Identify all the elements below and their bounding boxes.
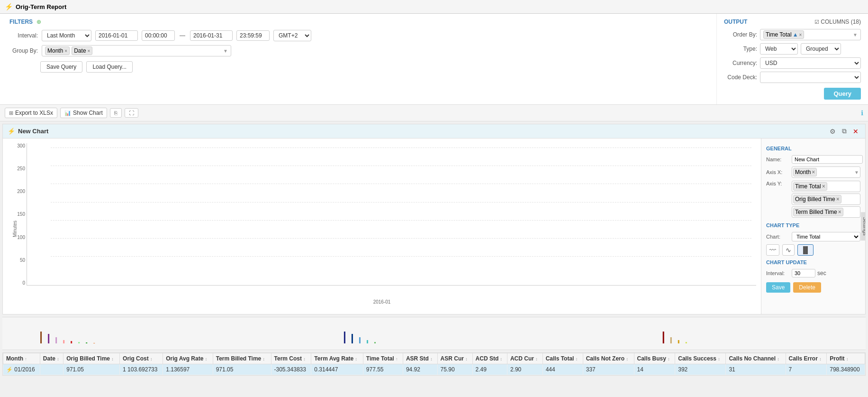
grouped-select[interactable]: Grouped: [801, 43, 841, 55]
th-calls-success[interactable]: Calls Success ↕: [675, 353, 726, 364]
svg-rect-14: [670, 337, 672, 343]
chart-copy-btn[interactable]: ⧉: [840, 127, 849, 136]
date-from-input[interactable]: [95, 30, 138, 41]
time-from-input[interactable]: [142, 30, 175, 41]
chart-type-select[interactable]: Time Total: [792, 232, 860, 241]
td-term-cost: -305.343833: [271, 364, 311, 375]
save-chart-button[interactable]: Save: [766, 282, 790, 293]
query-button[interactable]: Query: [824, 88, 861, 100]
load-query-button[interactable]: Load Query...: [86, 61, 133, 73]
th-calls-total[interactable]: Calls Total ↕: [542, 353, 583, 364]
columns-label[interactable]: ☑ COLUMNS (18): [814, 18, 861, 25]
show-chart-button[interactable]: 📊 Show Chart: [60, 108, 107, 118]
th-date[interactable]: Date ↕: [40, 353, 63, 364]
th-term-avg-rate[interactable]: Term Avg Rate ↕: [311, 353, 363, 364]
row-expand-icon[interactable]: ⚡: [6, 367, 13, 372]
order-by-dropdown[interactable]: ▼: [853, 32, 858, 37]
axis-x-dropdown[interactable]: ▼: [854, 170, 859, 175]
area-chart-icon[interactable]: ∿: [782, 244, 795, 256]
th-orig-cost[interactable]: Orig Cost ↕: [120, 353, 163, 364]
remove-order-tag[interactable]: ×: [799, 32, 802, 37]
svg-rect-7: [93, 343, 95, 343]
y-tick-150: 150: [17, 212, 25, 217]
th-asr-std[interactable]: ASR Std ↕: [403, 353, 437, 364]
th-calls-error[interactable]: Calls Error ↕: [786, 353, 827, 364]
group-by-input[interactable]: Month × Date × ▼: [42, 45, 231, 56]
update-interval-label: Interval:: [766, 270, 790, 276]
th-term-cost[interactable]: Term Cost ↕: [271, 353, 311, 364]
th-profit[interactable]: Profit ↕: [827, 353, 865, 364]
remove-axis-y-term[interactable]: ×: [838, 209, 841, 215]
order-by-box[interactable]: Time Total ▲ × ▼: [760, 29, 861, 40]
td-time-total: 977.55: [363, 364, 403, 375]
chart-settings-panel: GENERAL Name: Axis X: Month × ▼ Axis Y:: [761, 138, 865, 314]
code-deck-select[interactable]: [760, 72, 861, 83]
axis-x-tag-area[interactable]: Month × ▼: [792, 166, 860, 178]
type-select[interactable]: Web: [760, 43, 798, 55]
th-acd-cur[interactable]: ACD Cur ↕: [507, 353, 542, 364]
main-filter-area: FILTERS ⊕ Interval: Last Month — GMT+2 G…: [0, 14, 868, 105]
td-calls-success: 392: [675, 364, 726, 375]
td-profit: 798.348900: [827, 364, 865, 375]
currency-select[interactable]: USD: [760, 57, 861, 69]
table-row[interactable]: ⚡ 01/2016 971.05 1 103.692733 1.136597 9…: [3, 364, 865, 375]
chart-select-label: Chart:: [766, 234, 790, 240]
table-body: ⚡ 01/2016 971.05 1 103.692733 1.136597 9…: [3, 364, 865, 375]
th-calls-not-zero[interactable]: Calls Not Zero ↕: [583, 353, 634, 364]
y-axis-ticks: 300 250 200 150 100 50 0: [15, 143, 25, 286]
y-tick-100: 100: [17, 235, 25, 240]
chart-settings-btn[interactable]: ⚙: [828, 127, 838, 136]
interval-unit: sec: [817, 270, 826, 277]
th-orig-billed-time[interactable]: Orig Billed Time ↕: [63, 353, 120, 364]
order-by-label: Order By:: [724, 31, 757, 38]
svg-rect-9: [352, 334, 353, 343]
remove-date-tag[interactable]: ×: [88, 48, 90, 54]
chart-close-btn[interactable]: ✕: [851, 127, 860, 136]
add-filter-icon[interactable]: ⊕: [36, 18, 41, 25]
line-chart-icon[interactable]: 〰: [766, 244, 779, 256]
delete-chart-button[interactable]: Delete: [793, 282, 821, 293]
general-section-title: GENERAL: [766, 146, 860, 151]
export-icon: ⊞: [9, 110, 13, 116]
app-icon: ⚡: [5, 3, 13, 10]
chart-panel-title: New Chart: [18, 128, 48, 135]
filters-label: FILTERS: [9, 18, 33, 25]
th-term-billed-time[interactable]: Term Billed Time ↕: [213, 353, 271, 364]
th-acd-std[interactable]: ACD Std ↕: [472, 353, 507, 364]
info-icon[interactable]: ℹ: [861, 109, 863, 117]
export-button[interactable]: ⊞ Export to XLSx: [5, 108, 57, 118]
time-to-input[interactable]: [236, 30, 270, 41]
data-table-container: Month ↑ Date ↕ Orig Billed Time ↕ Orig C…: [2, 352, 866, 376]
remove-axis-y-orig[interactable]: ×: [836, 196, 840, 203]
svg-rect-5: [78, 342, 80, 343]
axis-y-tag-area[interactable]: Time Total ×: [792, 181, 860, 192]
legend-tab[interactable]: Settings: [861, 212, 865, 240]
th-calls-busy[interactable]: Calls Busy ↕: [634, 353, 675, 364]
remove-axis-y-time-total[interactable]: ×: [822, 183, 825, 190]
th-month[interactable]: Month ↑: [3, 353, 40, 364]
expand-button[interactable]: ⛶: [125, 108, 138, 118]
axis-y-term-billed[interactable]: Term Billed Time ×: [792, 206, 860, 218]
th-time-total[interactable]: Time Total ↑: [363, 353, 403, 364]
remove-axis-x-month[interactable]: ×: [812, 169, 815, 175]
svg-rect-1: [48, 334, 49, 343]
td-acd-std: 2.49: [472, 364, 507, 375]
group-by-dropdown-icon[interactable]: ▼: [223, 48, 228, 54]
svg-rect-8: [344, 332, 345, 343]
bar-chart-icon[interactable]: ▐▌: [797, 244, 814, 256]
timezone-select[interactable]: GMT+2: [273, 30, 311, 41]
chart-name-input[interactable]: [792, 155, 863, 164]
y-tick-200: 200: [17, 189, 25, 194]
bars-container: [27, 143, 756, 286]
axis-y-orig-billed[interactable]: Orig Billed Time ×: [792, 194, 860, 205]
remove-month-tag[interactable]: ×: [64, 48, 67, 54]
th-orig-avg-rate[interactable]: Orig Avg Rate ↕: [163, 353, 213, 364]
x-axis-label: 2016-01: [373, 299, 391, 305]
th-calls-no-channel[interactable]: Calls No Channel ↕: [726, 353, 786, 364]
date-to-input[interactable]: [190, 30, 233, 41]
save-query-button[interactable]: Save Query: [40, 61, 82, 73]
th-asr-cur[interactable]: ASR Cur ↕: [437, 353, 472, 364]
interval-select[interactable]: Last Month: [42, 30, 91, 41]
update-interval-input[interactable]: [792, 269, 815, 277]
copy-button[interactable]: ⎘: [110, 108, 122, 118]
